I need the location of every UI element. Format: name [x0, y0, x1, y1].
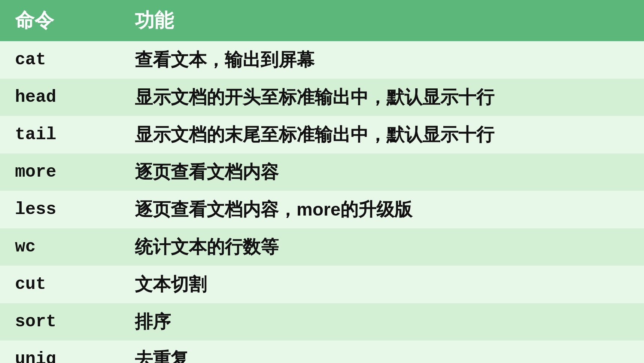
command-cell: head: [0, 79, 120, 116]
command-cell: cat: [0, 41, 120, 79]
command-cell: cut: [0, 266, 120, 303]
table-row: more逐页查看文档内容: [0, 153, 644, 191]
command-cell: more: [0, 153, 120, 191]
table-row: cat查看文本，输出到屏幕: [0, 41, 644, 79]
command-cell: tail: [0, 116, 120, 153]
description-cell: 显示文档的开头至标准输出中，默认显示十行: [120, 79, 644, 116]
description-cell: 查看文本，输出到屏幕: [120, 41, 644, 79]
description-cell: 逐页查看文档内容: [120, 153, 644, 191]
table-row: cut文本切割: [0, 266, 644, 303]
table-row: uniq去重复: [0, 341, 644, 363]
main-table-container: 命令 功能 cat查看文本，输出到屏幕head显示文档的开头至标准输出中，默认显…: [0, 0, 644, 363]
command-cell: less: [0, 191, 120, 228]
command-cell: sort: [0, 303, 120, 341]
table-row: tail显示文档的末尾至标准输出中，默认显示十行: [0, 116, 644, 153]
description-cell: 文本切割: [120, 266, 644, 303]
column-header-command: 命令: [0, 0, 120, 41]
description-cell: 排序: [120, 303, 644, 341]
table-row: less逐页查看文档内容，more的升级版: [0, 191, 644, 228]
command-table: 命令 功能 cat查看文本，输出到屏幕head显示文档的开头至标准输出中，默认显…: [0, 0, 644, 363]
description-cell: 统计文本的行数等: [120, 228, 644, 266]
command-cell: wc: [0, 228, 120, 266]
description-cell: 去重复: [120, 341, 644, 363]
description-cell: 逐页查看文档内容，more的升级版: [120, 191, 644, 228]
description-cell: 显示文档的末尾至标准输出中，默认显示十行: [120, 116, 644, 153]
table-row: head显示文档的开头至标准输出中，默认显示十行: [0, 79, 644, 116]
table-header-row: 命令 功能: [0, 0, 644, 41]
command-cell: uniq: [0, 341, 120, 363]
table-row: sort排序: [0, 303, 644, 341]
column-header-function: 功能: [120, 0, 644, 41]
table-row: wc统计文本的行数等: [0, 228, 644, 266]
